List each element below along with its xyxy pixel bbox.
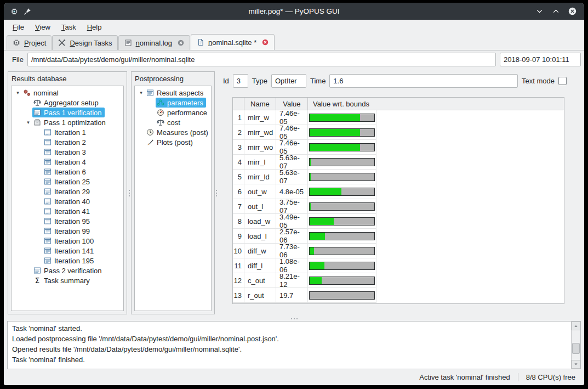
splitter-left[interactable]	[127, 71, 131, 314]
cell-name[interactable]: c_out	[244, 273, 276, 287]
results-item-iteration-41[interactable]: Iteration 41	[12, 206, 123, 216]
expander-icon[interactable]: ▾	[14, 90, 22, 95]
table-row[interactable]: 2mirr_wd7.46e-05	[233, 125, 376, 140]
results-tree[interactable]: ▾nominalAggregator setupPass 1 verificat…	[11, 86, 124, 311]
results-item-iteration-195[interactable]: Iteration 195	[12, 256, 123, 266]
table-row[interactable]: 9load_l2.57e-06	[233, 229, 376, 244]
results-item-iteration-99[interactable]: Iteration 99	[12, 226, 123, 236]
splitter-horizontal[interactable]	[4, 316, 584, 321]
cell-bounds[interactable]	[308, 288, 376, 302]
text-mode-checkbox[interactable]	[558, 77, 567, 85]
column-header-bounds[interactable]: Value wrt. bounds	[308, 98, 564, 110]
splitter-right[interactable]	[215, 71, 219, 314]
post-item-plots-post[interactable]: Plots (post)	[135, 137, 211, 147]
menu-file[interactable]: File	[8, 21, 29, 33]
table-row[interactable]: 7out_l3.75e-07	[233, 199, 376, 214]
cell-value[interactable]: 7.46e-05	[276, 110, 308, 125]
results-item-aggregator-setup[interactable]: Aggregator setup	[12, 98, 123, 108]
cell-bounds[interactable]	[308, 110, 376, 125]
results-item-iteration-25[interactable]: Iteration 25	[12, 177, 123, 187]
cell-value[interactable]: 19.7	[276, 288, 308, 302]
scrollbar-track[interactable]	[572, 330, 580, 360]
cell-bounds[interactable]	[308, 170, 376, 184]
table-row[interactable]: 1mirr_w7.46e-05	[233, 110, 376, 125]
results-item-pass-2-verification[interactable]: Pass 2 verification	[12, 266, 123, 275]
cell-name[interactable]: mirr_wo	[244, 140, 276, 154]
cell-bounds[interactable]	[308, 125, 376, 139]
time-input[interactable]	[329, 74, 518, 88]
cell-value[interactable]: 5.63e-07	[276, 155, 308, 169]
cell-name[interactable]: out_l	[244, 199, 276, 213]
post-item-measures-post[interactable]: Measures (post)	[135, 127, 211, 137]
pin-icon[interactable]	[23, 7, 32, 16]
id-input[interactable]	[233, 74, 248, 88]
tab-design-tasks[interactable]: Design Tasks	[52, 35, 117, 50]
results-item-iteration-1[interactable]: Iteration 1	[12, 127, 123, 137]
tab-nominal-sqlite[interactable]: nominal.sqlite *	[191, 34, 275, 50]
cell-name[interactable]: mirr_w	[244, 110, 276, 125]
cell-name[interactable]: diff_w	[244, 244, 276, 258]
menu-view[interactable]: View	[30, 21, 55, 33]
cell-value[interactable]: 3.75e-07	[276, 199, 308, 213]
cell-value[interactable]: 7.46e-05	[276, 140, 308, 154]
type-input[interactable]	[271, 74, 306, 88]
cell-bounds[interactable]	[308, 199, 376, 213]
results-item-iteration-95[interactable]: Iteration 95	[12, 216, 123, 226]
table-row[interactable]: 11diff_l1.08e-06	[233, 258, 376, 273]
cell-bounds[interactable]	[308, 258, 376, 273]
maximize-button[interactable]	[551, 7, 561, 16]
cell-value[interactable]: 7.46e-05	[276, 125, 308, 139]
tab-close-icon[interactable]	[261, 38, 269, 46]
cell-name[interactable]: r_out	[244, 288, 276, 302]
table-row[interactable]: 3mirr_wo7.46e-05	[233, 140, 376, 155]
results-item-iteration-3[interactable]: Iteration 3	[12, 147, 123, 157]
tab-nominal-log[interactable]: nominal.log	[118, 35, 191, 50]
cell-bounds[interactable]	[308, 140, 376, 154]
column-header-value[interactable]: Value	[276, 98, 308, 110]
titlebar[interactable]: miller.pog* — PyOPUS GUI	[4, 3, 584, 20]
table-row[interactable]: 12c_out8.21e-12	[233, 273, 376, 288]
cell-value[interactable]: 8.21e-12	[276, 273, 308, 287]
column-header-name[interactable]: Name	[244, 98, 276, 110]
cell-name[interactable]: mirr_l	[244, 155, 276, 169]
cell-name[interactable]: out_w	[244, 184, 276, 199]
expander-icon[interactable]: ▾	[137, 90, 145, 95]
results-item-nominal[interactable]: ▾nominal	[12, 88, 123, 98]
cell-bounds[interactable]	[308, 244, 376, 258]
cell-value[interactable]: 7.73e-06	[276, 244, 308, 258]
menu-help[interactable]: Help	[82, 21, 107, 33]
menu-task[interactable]: Task	[56, 21, 81, 33]
post-item-performance[interactable]: performance	[135, 108, 211, 117]
results-item-iteration-100[interactable]: Iteration 100	[12, 236, 123, 246]
results-item-iteration-141[interactable]: Iteration 141	[12, 246, 123, 256]
tab-project[interactable]: Project	[7, 35, 52, 50]
file-timestamp-input[interactable]	[500, 53, 581, 66]
minimize-button[interactable]	[535, 7, 544, 16]
cell-bounds[interactable]	[308, 229, 376, 243]
cell-name[interactable]: load_l	[244, 229, 276, 243]
cell-name[interactable]: mirr_ld	[244, 170, 276, 184]
cell-bounds[interactable]	[308, 273, 376, 287]
results-item-iteration-40[interactable]: Iteration 40	[12, 196, 123, 206]
results-item-iteration-2[interactable]: Iteration 2	[12, 137, 123, 147]
cell-value[interactable]: 3.49e-05	[276, 214, 308, 228]
log-output[interactable]: Task 'nominal' started.Loaded postproces…	[8, 322, 571, 369]
table-row[interactable]: 8load_w3.49e-05	[233, 214, 376, 229]
cell-bounds[interactable]	[308, 155, 376, 169]
results-item-pass-1-optimization[interactable]: ▾Pass 1 optimization	[12, 117, 123, 127]
table-row[interactable]: 6out_w4.8e-05	[233, 184, 376, 199]
scrollbar-thumb[interactable]	[572, 343, 580, 354]
post-item-result-aspects[interactable]: ▾Result aspects	[135, 88, 211, 98]
table-row[interactable]: 13r_out19.7	[233, 288, 376, 303]
table-row[interactable]: 5mirr_ld5.63e-07	[233, 170, 376, 184]
file-path-input[interactable]	[27, 53, 496, 66]
tab-close-icon[interactable]	[177, 39, 185, 47]
results-item-iteration-4[interactable]: Iteration 4	[12, 157, 123, 167]
cell-value[interactable]: 1.08e-06	[276, 258, 308, 273]
results-item-iteration-29[interactable]: Iteration 29	[12, 187, 123, 196]
results-item-iteration-6[interactable]: Iteration 6	[12, 167, 123, 177]
expander-icon[interactable]: ▾	[24, 120, 32, 125]
cell-name[interactable]: diff_l	[244, 258, 276, 273]
post-item-cost[interactable]: cost	[135, 117, 211, 127]
cell-name[interactable]: load_w	[244, 214, 276, 228]
